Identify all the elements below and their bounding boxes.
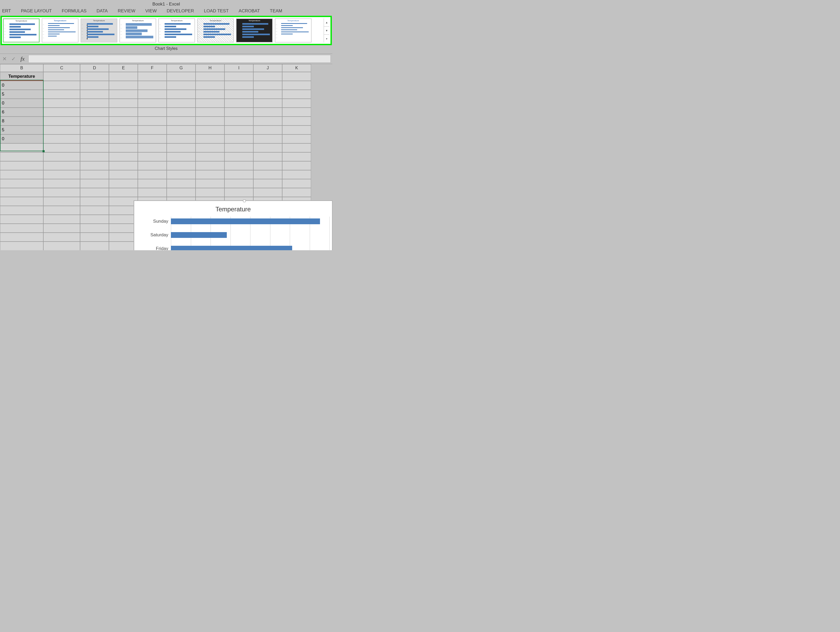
cell[interactable]	[196, 107, 224, 117]
cell[interactable]	[43, 242, 80, 250]
ribbon-tab-formulas[interactable]: FORMULAS	[62, 8, 86, 14]
formula-enter-button[interactable]: ✓	[9, 56, 18, 62]
ribbon-tab-insert[interactable]: ERT	[2, 8, 11, 14]
cell[interactable]	[80, 170, 109, 179]
cell[interactable]	[167, 143, 196, 152]
cell[interactable]	[138, 117, 167, 125]
cell[interactable]	[253, 152, 282, 161]
column-header-b[interactable]: B	[0, 64, 43, 72]
cell[interactable]	[0, 233, 43, 242]
cell[interactable]	[167, 72, 196, 81]
cell[interactable]	[224, 170, 253, 179]
ribbon-tab-review[interactable]: REVIEW	[118, 8, 135, 14]
cell[interactable]	[0, 197, 43, 206]
cell[interactable]	[138, 81, 167, 90]
cell[interactable]	[109, 117, 138, 125]
cell[interactable]	[43, 233, 80, 242]
cell[interactable]	[80, 81, 109, 90]
styles-more-button[interactable]: ▾	[324, 35, 330, 43]
styles-scroll-up[interactable]: ▲	[324, 18, 330, 27]
cell[interactable]	[0, 179, 43, 188]
cell[interactable]	[196, 170, 224, 179]
cell[interactable]	[167, 188, 196, 197]
cell[interactable]	[167, 179, 196, 188]
cell[interactable]	[109, 224, 138, 233]
cell[interactable]	[196, 72, 224, 81]
cell[interactable]	[196, 117, 224, 125]
cell[interactable]	[138, 107, 167, 117]
insert-function-button[interactable]: fx	[18, 55, 27, 62]
cell[interactable]	[196, 143, 224, 152]
cell[interactable]	[80, 134, 109, 143]
cell[interactable]	[253, 161, 282, 170]
ribbon-tab-team[interactable]: TEAM	[270, 8, 282, 14]
cell[interactable]	[253, 90, 282, 99]
cell[interactable]	[80, 117, 109, 125]
cell[interactable]	[167, 152, 196, 161]
cell[interactable]	[80, 152, 109, 161]
cell[interactable]	[282, 107, 311, 117]
cell[interactable]	[224, 152, 253, 161]
cell[interactable]	[109, 107, 138, 117]
cell[interactable]	[253, 107, 282, 117]
ribbon-tab-load-test[interactable]: LOAD TEST	[204, 8, 229, 14]
cell[interactable]	[80, 107, 109, 117]
column-header-k[interactable]: K	[282, 64, 311, 72]
cell[interactable]	[138, 134, 167, 143]
cell[interactable]	[80, 188, 109, 197]
cell[interactable]	[138, 179, 167, 188]
cell[interactable]	[167, 134, 196, 143]
chart-style-6[interactable]: Temperature —————	[197, 18, 234, 43]
cell[interactable]: 6	[0, 107, 43, 117]
cell[interactable]	[253, 143, 282, 152]
cell[interactable]	[282, 90, 311, 99]
chart-style-5[interactable]: Temperature —————	[158, 18, 195, 43]
cell[interactable]	[43, 197, 80, 206]
formula-cancel-button[interactable]: ✕	[0, 56, 9, 62]
cell[interactable]	[43, 72, 80, 81]
cell[interactable]	[43, 215, 80, 224]
cell[interactable]	[196, 179, 224, 188]
column-header-g[interactable]: G	[167, 64, 196, 72]
cell[interactable]	[282, 179, 311, 188]
column-header-c[interactable]: C	[43, 64, 80, 72]
chart-style-2[interactable]: Temperature —————	[42, 18, 79, 43]
cell[interactable]	[282, 161, 311, 170]
cell[interactable]	[0, 206, 43, 215]
cell[interactable]	[138, 152, 167, 161]
ribbon-tab-acrobat[interactable]: ACROBAT	[238, 8, 260, 14]
cell[interactable]: 5	[0, 125, 43, 134]
cell[interactable]	[253, 99, 282, 107]
cell[interactable]: 0	[0, 134, 43, 143]
cell[interactable]: Temperature	[0, 72, 43, 81]
cell[interactable]	[80, 179, 109, 188]
cell[interactable]	[80, 143, 109, 152]
cell[interactable]	[109, 125, 138, 134]
cell[interactable]	[196, 99, 224, 107]
cell[interactable]	[109, 188, 138, 197]
cell[interactable]	[109, 72, 138, 81]
cell[interactable]	[167, 81, 196, 90]
cell[interactable]	[80, 99, 109, 107]
cell[interactable]	[253, 125, 282, 134]
cell[interactable]	[224, 81, 253, 90]
cell[interactable]	[43, 170, 80, 179]
cell[interactable]	[43, 134, 80, 143]
cell[interactable]	[138, 90, 167, 99]
formula-input[interactable]	[28, 55, 331, 63]
cell[interactable]	[282, 99, 311, 107]
cell[interactable]	[224, 134, 253, 143]
cell[interactable]	[282, 170, 311, 179]
chart-style-3[interactable]: Temperature —————	[81, 18, 117, 43]
chart-bar[interactable]	[171, 218, 320, 224]
chart-style-4[interactable]: Temperature —————	[120, 18, 156, 43]
chart-title[interactable]: Temperature	[134, 205, 332, 213]
cell[interactable]	[224, 117, 253, 125]
chart-plot-area[interactable]: SundaySaturdayFridayThursdayWednesdayTue…	[134, 216, 332, 250]
cell[interactable]	[43, 125, 80, 134]
chart-style-1[interactable]: Temperature —————	[3, 18, 39, 43]
cell[interactable]	[224, 72, 253, 81]
column-header-f[interactable]: F	[138, 64, 167, 72]
cell[interactable]	[282, 134, 311, 143]
cell[interactable]	[43, 99, 80, 107]
